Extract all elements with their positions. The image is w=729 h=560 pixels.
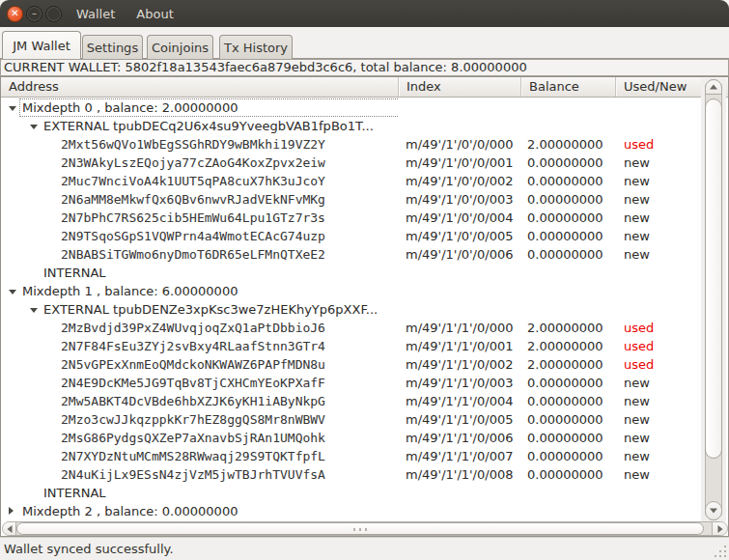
address-cell: 2Mxt56wQVo1WbEgSSGhRDY9wBMkhi19VZ2Y (1, 135, 399, 154)
index-cell (399, 484, 521, 502)
tree-row[interactable]: 2Mw5ABKT4DcVBde6hbXZJK6yKH1iAByNkpG m/49… (1, 392, 700, 410)
status-message: Wallet synced successfully. (4, 542, 174, 556)
tree-header: Address Index Balance Used/New (1, 77, 728, 98)
balance-cell: 0.00000000 (521, 227, 616, 245)
scroll-up-icon[interactable] (705, 79, 722, 95)
used-new-cell: new (616, 410, 700, 429)
address-cell: Mixdepth 0 , balance: 2.00000000 (1, 98, 399, 117)
menu-wallet[interactable]: Wallet (74, 5, 117, 23)
address-cell: 2Muc7WnciVoA4k1UUT5qPA8cuX7hK3uJcoY (1, 172, 399, 190)
address-cell: 2NBABSiTGWmo6nyDmoT6DR65eLFMnQTXeE2 (1, 245, 399, 264)
used-new-cell: new (616, 190, 700, 209)
address-text: Mixdepth 1 , balance: 6.00000000 (22, 282, 238, 300)
index-cell: m/49'/1'/1'/0/005 (399, 410, 521, 429)
address-text: 2N4uKijLx9ESsN4zjVzM5jwTBJrhTVUVfsA (61, 465, 325, 484)
index-cell (399, 264, 521, 282)
tree-row[interactable]: 2N5vGPExXnmEoQMdckoNKWAWZ6PAPfMDN8u m/49… (1, 355, 700, 374)
vertical-scrollbar[interactable] (701, 78, 726, 521)
used-new-cell (616, 502, 700, 520)
tree-row[interactable]: 2MzBvdjd39PxZ4WUvqjoqZxQ1aPtDbbioJ6 m/49… (1, 319, 700, 337)
address-cell: EXTERNAL tpubDECq2U6x4su9YveegbVAB1fpBo1… (1, 117, 399, 135)
vertical-scrollbar-thumb[interactable] (705, 98, 722, 459)
used-new-cell (616, 117, 700, 135)
index-cell: m/49'/1'/0'/0/004 (399, 209, 521, 227)
index-cell: m/49'/1'/1'/0/008 (399, 465, 521, 484)
resize-grip-icon[interactable] (714, 545, 727, 558)
tree-row[interactable]: 2Mzo3cwJJkqzppkKr7hEZ8ggQS8Mr8nWBWV m/49… (1, 410, 700, 429)
balance-cell (521, 117, 616, 135)
tab-settings[interactable]: Settings (82, 35, 143, 59)
tree-row[interactable]: 2MsG86PydgsQXZeP7aXnavbSjRAn1UMQohk m/49… (1, 429, 700, 447)
index-cell (399, 117, 521, 135)
tree-row[interactable]: 2N7F84FsEu3ZYj2svBxy4RLaafStnn3GTr4 m/49… (1, 337, 700, 355)
used-new-cell: new (616, 429, 700, 447)
index-cell (399, 98, 521, 117)
expander-icon[interactable] (30, 125, 38, 129)
tree-row[interactable]: INTERNAL (1, 484, 700, 502)
column-header-index[interactable]: Index (399, 77, 521, 97)
index-cell: m/49'/1'/0'/0/003 (399, 190, 521, 209)
used-new-cell: new (616, 465, 700, 484)
tab-tx-history[interactable]: Tx History (219, 35, 293, 59)
used-new-cell (616, 300, 700, 319)
tree-row[interactable]: EXTERNAL tpubDECq2U6x4su9YveegbVAB1fpBo1… (1, 117, 700, 135)
index-cell: m/49'/1'/1'/0/001 (399, 337, 521, 355)
balance-cell: 0.00000000 (521, 447, 616, 465)
used-new-cell: used (616, 319, 700, 337)
address-text: 2Mw5ABKT4DcVBde6hbXZJK6yKH1iAByNkpG (61, 392, 325, 410)
address-text: 2N4E9DcKMe5JG9TqBv8TjCXHCmYEoKPXafF (61, 374, 325, 392)
tree-row[interactable]: EXTERNAL tpubDENZe3xpKsc3we7zHEKhyYp6pXX… (1, 300, 700, 319)
balance-cell: 0.00000000 (521, 374, 616, 392)
tree-row[interactable]: 2N4E9DcKMe5JG9TqBv8TjCXHCmYEoKPXafF m/49… (1, 374, 700, 392)
index-cell: m/49'/1'/1'/0/007 (399, 447, 521, 465)
scroll-left-icon[interactable] (3, 522, 16, 535)
tree-row[interactable]: 2Muc7WnciVoA4k1UUT5qPA8cuX7hK3uJcoY m/49… (1, 172, 700, 190)
address-text: 2N9TSqoSGpS1VQWPrn4a4WmotECAcG74uzp (61, 227, 325, 245)
tree-row[interactable]: 2N4uKijLx9ESsN4zjVzM5jwTBJrhTVUVfsA m/49… (1, 465, 700, 484)
window-controls: ✕ – (7, 6, 62, 22)
index-cell: m/49'/1'/0'/0/001 (399, 154, 521, 172)
address-text: 2MzBvdjd39PxZ4WUvqjoqZxQ1aPtDbbioJ6 (61, 319, 325, 337)
address-cell: Mixdepth 1 , balance: 6.00000000 (1, 282, 399, 300)
menubar: Wallet About (74, 5, 176, 23)
scrollbar-grip (353, 528, 367, 531)
address-text: 2N3WAkyLszEQojya77cZAoG4KoxZpvx2eiw (61, 154, 325, 172)
horizontal-scrollbar[interactable] (2, 521, 728, 536)
used-new-cell: used (616, 337, 700, 355)
scroll-down-icon[interactable] (705, 501, 722, 520)
column-header-balance[interactable]: Balance (521, 77, 616, 97)
tree-row[interactable]: Mixdepth 2 , balance: 0.00000000 (1, 502, 700, 520)
tree-row[interactable]: 2N6aMM8eMkwfQx6QBv6nwvRJadVEkNFvMKg m/49… (1, 190, 700, 209)
balance-cell: 0.00000000 (521, 172, 616, 190)
menu-about[interactable]: About (134, 5, 175, 23)
scroll-right-icon[interactable] (712, 522, 727, 535)
close-icon[interactable]: ✕ (7, 6, 23, 22)
tree-row[interactable]: 2N7bPhC7RS625cib5HEmWu64Lpu1GTz7r3s m/49… (1, 209, 700, 227)
index-cell: m/49'/1'/1'/0/000 (399, 319, 521, 337)
tree-row[interactable]: 2N7XYDzNtuMCmMS28RWwaqj29S9TQKTfpfL m/49… (1, 447, 700, 465)
used-new-cell: new (616, 245, 700, 264)
address-text: 2N7XYDzNtuMCmMS28RWwaqj29S9TQKTfpfL (61, 447, 325, 465)
expander-icon[interactable] (9, 290, 16, 294)
expander-icon[interactable] (9, 106, 16, 111)
minimize-icon[interactable]: – (26, 6, 42, 22)
tree-row[interactable]: INTERNAL (1, 264, 700, 282)
tree-row[interactable]: Mixdepth 0 , balance: 2.00000000 (1, 98, 700, 117)
tree-row[interactable]: 2N3WAkyLszEQojya77cZAoG4KoxZpvx2eiw m/49… (1, 154, 700, 172)
used-new-cell: new (616, 209, 700, 227)
tab-coinjoins[interactable]: Coinjoins (147, 35, 213, 59)
balance-cell (521, 300, 616, 319)
tree-row[interactable]: 2N9TSqoSGpS1VQWPrn4a4WmotECAcG74uzp m/49… (1, 227, 700, 245)
used-new-cell (616, 484, 700, 502)
column-header-address[interactable]: Address (1, 77, 399, 97)
used-new-cell (616, 282, 700, 300)
tree-row[interactable]: Mixdepth 1 , balance: 6.00000000 (1, 282, 700, 300)
tree-row[interactable]: 2Mxt56wQVo1WbEgSSGhRDY9wBMkhi19VZ2Y m/49… (1, 135, 700, 154)
expander-icon[interactable] (30, 308, 38, 313)
balance-cell (521, 484, 616, 502)
horizontal-scrollbar-thumb[interactable] (16, 522, 704, 535)
tree-row[interactable]: 2NBABSiTGWmo6nyDmoT6DR65eLFMnQTXeE2 m/49… (1, 245, 700, 264)
maximize-icon[interactable] (45, 6, 62, 22)
tab-jm-wallet[interactable]: JM Wallet (2, 31, 81, 59)
expander-icon[interactable] (9, 507, 14, 515)
